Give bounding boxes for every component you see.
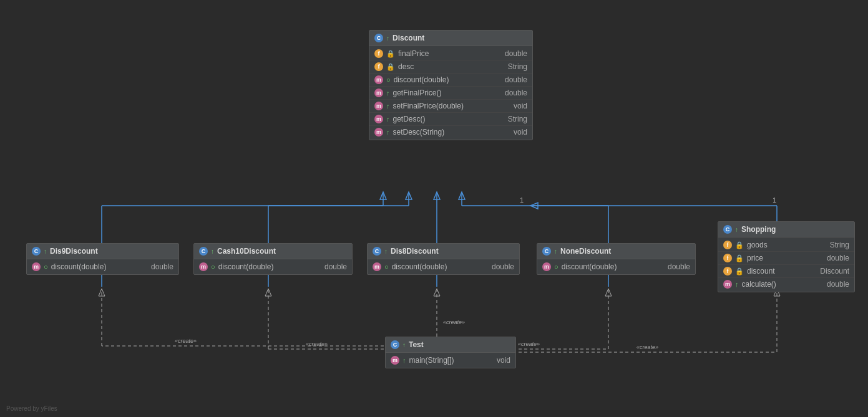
svg-text:«create»: «create» [306,341,328,347]
cash10-method-icon: m [199,262,208,271]
test-main-type: void [497,356,510,365]
cash10-header: C ↑ Cash10Discount [194,244,352,259]
svg-marker-22 [99,289,105,296]
discount-method-setfinal: m ↑ setFinalPrice(double) void [369,100,532,113]
none-method-name: discount(double) [562,262,658,271]
shopping-field-price: f 🔒 price double [718,252,854,265]
discount-name: Discount [393,34,424,42]
none-name: NoneDiscount [560,247,611,256]
none-vis: ○ [554,263,558,271]
dis8-method-discount: m ○ discount(double) double [368,261,519,273]
shopping-price-name: price [747,254,817,262]
setdesc-type: void [514,128,527,137]
dis9-vis: ○ [44,263,48,271]
class-icon-none: C [542,247,551,256]
discount-field-desc: f 🔒 desc String [369,60,532,74]
dis8-name: Dis8Discount [391,247,439,256]
none-method-type: double [668,262,690,271]
cash10-marker: ↑ [211,248,214,255]
dis8-method-type: double [492,262,514,271]
svg-marker-7 [406,192,412,199]
test-method-icon: m [391,356,399,365]
svg-text:1: 1 [520,196,524,204]
method-icon-discount: m [374,75,383,84]
discount-body: f 🔒 finalPrice double f 🔒 desc String m … [369,46,532,140]
method-icon-setdesc: m [374,128,383,137]
finalprice-name: finalPrice [398,49,495,58]
svg-marker-29 [434,289,440,296]
method-icon-getfinal: m [374,89,383,97]
shopping-name: Shopping [741,225,776,234]
test-header: C ↑ Test [386,337,515,353]
dis8-method-name: discount(double) [392,262,482,271]
svg-text:«create»: «create» [175,338,197,344]
test-marker: ↑ [402,342,406,348]
shopping-vis-discount: 🔒 [735,267,744,276]
method-discount-name: discount(double) [394,75,495,84]
none-marker: ↑ [554,248,557,255]
method-icon-setfinal: m [374,102,383,110]
shopping-goods-type: String [830,241,849,249]
desc-type: String [508,62,527,71]
cash10-name: Cash10Discount [217,247,276,256]
none-class: C ↑ NoneDiscount m ○ discount(double) do… [537,243,696,275]
method-discount-type: double [505,75,527,84]
dis9-method-type: double [151,262,173,271]
shopping-discount-type: Discount [820,267,849,276]
test-body: m ↑ main(String[]) void [386,353,515,368]
getfinal-type: double [505,89,527,97]
discount-method-setdesc: m ↑ setDesc(String) void [369,126,532,138]
svg-marker-3 [380,192,386,199]
shopping-field-icon-discount: f [723,267,732,276]
field-icon-desc: f [374,62,383,71]
dis9-marker: ↑ [44,248,47,255]
getfinal-name: getFinalPrice() [393,89,495,97]
shopping-class: C ↑ Shopping f 🔒 goods String f 🔒 price … [718,221,855,292]
svg-marker-14 [459,192,465,199]
class-icon-dis9: C [32,247,41,256]
desc-name: desc [398,62,499,71]
vis-desc: 🔒 [386,63,395,71]
shopping-calc-type: double [827,280,849,289]
vis-setdesc: ↑ [386,128,390,136]
none-header: C ↑ NoneDiscount [537,244,695,259]
dis9-method-icon: m [32,262,41,271]
dis9-name: Dis9Discount [50,247,98,256]
vis-setfinal: ↑ [386,102,390,110]
svg-text:«create»: «create» [636,344,658,350]
interface-marker: ↑ [386,35,389,42]
dis8-class: C ↑ Dis8Discount m ○ discount(double) do… [367,243,520,275]
vis-finalprice: 🔒 [386,50,395,58]
cash10-class: C ↑ Cash10Discount m ○ discount(double) … [193,243,353,275]
shopping-method-calculate: m ↑ calculate() double [718,278,854,290]
watermark: Powered by yFiles [6,405,57,412]
none-method-discount: m ○ discount(double) double [537,261,695,273]
shopping-field-icon-goods: f [723,241,732,249]
test-name: Test [409,340,424,349]
shopping-field-goods: f 🔒 goods String [718,239,854,252]
svg-marker-10 [434,192,440,199]
cash10-method-discount: m ○ discount(double) double [194,261,352,273]
svg-text:1: 1 [773,196,776,204]
svg-text:«create»: «create» [518,341,540,347]
test-vis-main: ↑ [402,357,406,364]
dis9-method-name: discount(double) [51,262,142,271]
class-icon-cash10: C [199,247,208,256]
test-main-name: main(String[]) [409,356,487,365]
shopping-calc-name: calculate() [742,280,817,289]
cash10-vis: ○ [211,263,215,271]
shopping-goods-name: goods [747,241,821,249]
cash10-method-type: double [324,262,347,271]
discount-method-discount: m ○ discount(double) double [369,74,532,87]
shopping-price-type: double [827,254,849,262]
svg-marker-17 [530,203,538,209]
setfinal-type: void [514,102,527,110]
class-icon-shopping: C [723,225,732,234]
vis-getdesc: ↑ [386,115,390,123]
dis9-class: C ↑ Dis9Discount m ○ discount(double) do… [26,243,179,275]
discount-method-getfinal: m ↑ getFinalPrice() double [369,87,532,100]
svg-marker-26 [265,289,271,296]
test-method-main: m ↑ main(String[]) void [386,354,515,367]
none-body: m ○ discount(double) double [537,259,695,274]
setdesc-name: setDesc(String) [393,128,504,137]
